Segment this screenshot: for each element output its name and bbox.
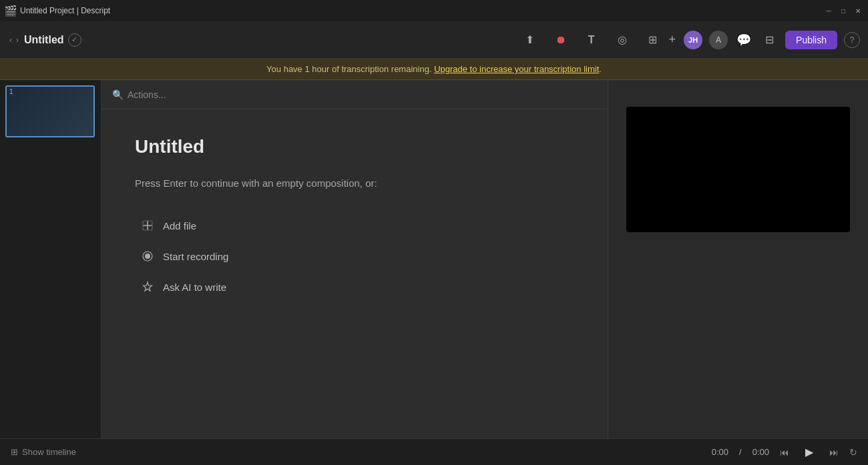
add-file-icon — [140, 218, 155, 233]
search-icon: 🔍 — [112, 89, 124, 100]
document-title[interactable]: Untitled — [135, 136, 574, 157]
breadcrumb-nav: ‹ › — [8, 34, 20, 46]
sidebar-icon: ⊟ — [765, 33, 774, 46]
upgrade-link[interactable]: Upgrade to increase your transcription l… — [434, 64, 599, 74]
publish-button[interactable]: Publish — [785, 31, 837, 49]
upload-button[interactable]: ⬆ — [521, 31, 539, 49]
title-bar: 🎬 Untitled Project | Descript ─ □ ✕ — [0, 0, 868, 21]
toolbar-right: + JH A 💬 ⊟ Publish ? — [668, 31, 860, 49]
help-icon: ? — [850, 35, 855, 45]
chat-button[interactable]: 💬 — [734, 31, 753, 49]
text-tool-button[interactable]: T — [582, 31, 601, 49]
add-file-label: Add file — [163, 220, 196, 231]
skip-forward-button[interactable]: ⏭ — [829, 447, 839, 458]
video-preview — [626, 107, 850, 232]
ai-icon — [140, 280, 155, 294]
total-time: 0:00 — [752, 447, 769, 457]
effects-icon: ◎ — [618, 33, 627, 46]
save-status-icon[interactable]: ✓ — [68, 33, 81, 47]
loop-button[interactable]: ↻ — [849, 447, 857, 458]
project-title: Untitled — [24, 34, 64, 46]
start-recording-action[interactable]: Start recording — [135, 246, 574, 266]
avatar-jh[interactable]: JH — [684, 31, 702, 49]
slides-panel: 1 — [0, 80, 101, 438]
play-icon: ▶ — [805, 446, 813, 458]
chat-icon: 💬 — [736, 33, 751, 47]
main-toolbar: ‹ › Untitled ✓ ⬆ ⏺ T ◎ ⊞ + JH A 💬 ⊟ — [0, 21, 868, 59]
record-action-icon — [140, 249, 155, 264]
start-recording-label: Start recording — [163, 251, 228, 262]
nav-forward-icon[interactable]: › — [15, 34, 20, 46]
show-timeline-label: Show timeline — [22, 447, 76, 457]
editor-panel: 🔍 Actions... Untitled Press Enter to con… — [101, 80, 608, 438]
avatar-a[interactable]: A — [709, 31, 728, 49]
editor-prompt: Press Enter to continue with an empty co… — [135, 177, 574, 189]
toolbar-left: ‹ › Untitled ✓ — [8, 33, 515, 47]
actions-bar: 🔍 Actions... — [101, 80, 608, 109]
show-timeline-button[interactable]: ⊞ Show timeline — [11, 447, 76, 457]
close-button[interactable]: ✕ — [853, 6, 863, 15]
notification-text: You have 1 hour of transcription remaini… — [266, 64, 431, 74]
layout-icon: ⊞ — [648, 33, 657, 46]
notification-suffix: . — [599, 64, 602, 74]
ask-ai-action[interactable]: Ask AI to write — [135, 277, 574, 297]
window-controls[interactable]: ─ □ ✕ — [824, 6, 863, 15]
svg-point-2 — [145, 254, 150, 259]
upload-icon: ⬆ — [525, 33, 534, 46]
record-icon: ⏺ — [556, 34, 566, 46]
play-button[interactable]: ▶ — [800, 443, 819, 462]
current-time: 0:00 — [712, 447, 728, 457]
timeline-icon: ⊞ — [11, 447, 18, 457]
bottom-bar: ⊞ Show timeline 0:00 / 0:00 ⏮ ▶ ⏭ ↻ — [0, 438, 868, 465]
slide-number: 1 — [9, 88, 13, 95]
nav-back-icon[interactable]: ‹ — [8, 34, 13, 46]
maximize-button[interactable]: □ — [839, 6, 848, 15]
notification-bar: You have 1 hour of transcription remaini… — [0, 59, 868, 80]
editor-content: Untitled Press Enter to continue with an… — [101, 109, 608, 438]
toolbar-center-icons: ⬆ ⏺ T ◎ ⊞ — [521, 31, 662, 49]
playback-controls: 0:00 / 0:00 ⏮ ▶ ⏭ ↻ — [712, 443, 857, 462]
main-area: 1 🔍 Actions... Untitled Press Enter to c… — [0, 80, 868, 438]
app-icon: 🎬 — [5, 5, 16, 16]
layout-button[interactable]: ⊞ — [644, 31, 662, 49]
sidebar-toggle-button[interactable]: ⊟ — [760, 31, 779, 49]
text-icon: T — [588, 34, 595, 46]
help-button[interactable]: ? — [844, 32, 860, 48]
actions-placeholder: Actions... — [128, 89, 166, 100]
slide-1-thumbnail[interactable]: 1 — [5, 85, 95, 137]
add-file-action[interactable]: Add file — [135, 215, 574, 236]
effects-button[interactable]: ◎ — [613, 31, 632, 49]
video-panel — [608, 80, 868, 438]
record-toolbar-button[interactable]: ⏺ — [552, 31, 570, 49]
time-separator: / — [739, 447, 742, 457]
editor-action-list: Add file Start recording — [135, 215, 574, 297]
window-title: Untitled Project | Descript — [20, 6, 110, 15]
add-button[interactable]: + — [668, 31, 678, 48]
skip-back-button[interactable]: ⏮ — [780, 447, 789, 458]
ask-ai-label: Ask AI to write — [163, 282, 226, 293]
slide-thumbnail-preview — [7, 87, 93, 136]
title-bar-left: 🎬 Untitled Project | Descript — [5, 5, 824, 16]
actions-search[interactable]: 🔍 Actions... — [112, 89, 166, 100]
minimize-button[interactable]: ─ — [824, 6, 833, 15]
